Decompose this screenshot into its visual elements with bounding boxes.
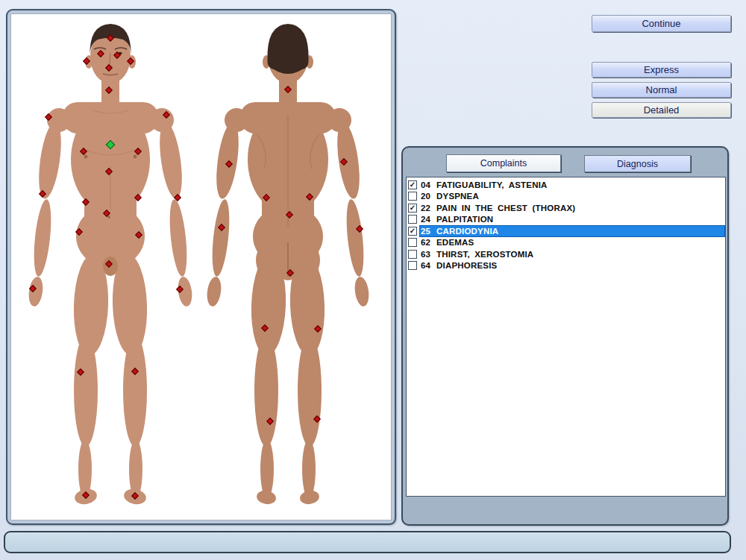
complaint-checkbox[interactable]: ✓ bbox=[408, 204, 417, 213]
complaint-label: 22PAIN IN THE CHEST (THORAX) bbox=[419, 202, 725, 214]
complaint-row[interactable]: 64DIAPHORESIS bbox=[407, 260, 725, 272]
body-figures-graphic bbox=[11, 14, 392, 520]
body-map-panel bbox=[6, 9, 396, 525]
complaints-list[interactable]: ✓04FATIGUABILITY, ASTENIA20DYSPNEA✓22PAI… bbox=[406, 177, 726, 497]
complaint-checkbox[interactable]: ✓ bbox=[408, 180, 417, 189]
complaint-row[interactable]: ✓25CARDIODYNIA bbox=[407, 225, 725, 237]
complaint-row[interactable]: 63THIRST, XEROSTOMIA bbox=[407, 248, 725, 260]
complaint-row[interactable]: ✓22PAIN IN THE CHEST (THORAX) bbox=[407, 202, 725, 214]
continue-button[interactable]: Continue bbox=[592, 15, 731, 32]
complaints-panel: Complaints Diagnosis ✓04FATIGUABILITY, A… bbox=[401, 146, 729, 526]
complaint-label: 04FATIGUABILITY, ASTENIA bbox=[419, 179, 725, 191]
app-background: { "toolbar": { "continue_label": "Contin… bbox=[0, 0, 746, 560]
tab-diagnosis[interactable]: Diagnosis bbox=[584, 155, 691, 172]
complaint-checkbox[interactable] bbox=[408, 261, 417, 270]
complaint-checkbox[interactable]: ✓ bbox=[408, 227, 417, 236]
complaint-label: 63THIRST, XEROSTOMIA bbox=[419, 248, 725, 260]
complaint-checkbox[interactable] bbox=[408, 192, 417, 201]
mode-button-detailed[interactable]: Detailed bbox=[592, 102, 731, 118]
mode-button-normal[interactable]: Normal bbox=[592, 82, 731, 98]
mode-button-express[interactable]: Express bbox=[592, 62, 731, 78]
complaint-checkbox[interactable] bbox=[408, 238, 417, 247]
complaint-row[interactable]: ✓04FATIGUABILITY, ASTENIA bbox=[407, 179, 725, 191]
complaint-row[interactable]: 62EDEMAS bbox=[407, 237, 725, 249]
complaint-checkbox[interactable] bbox=[408, 215, 417, 224]
complaint-label: 64DIAPHORESIS bbox=[419, 260, 725, 272]
complaint-label: 24PALPITATION bbox=[419, 214, 725, 226]
tab-complaints[interactable]: Complaints bbox=[446, 154, 561, 172]
complaint-label: 62EDEMAS bbox=[419, 237, 725, 249]
status-bar bbox=[4, 531, 731, 553]
complaint-checkbox[interactable] bbox=[408, 250, 417, 259]
back-figure bbox=[205, 24, 370, 506]
complaint-label: 20DYSPNEA bbox=[419, 191, 725, 203]
complaint-row[interactable]: 24PALPITATION bbox=[407, 214, 725, 226]
complaint-row[interactable]: 20DYSPNEA bbox=[407, 191, 725, 203]
complaint-label: 25CARDIODYNIA bbox=[419, 225, 725, 237]
body-map-canvas[interactable] bbox=[10, 13, 392, 520]
